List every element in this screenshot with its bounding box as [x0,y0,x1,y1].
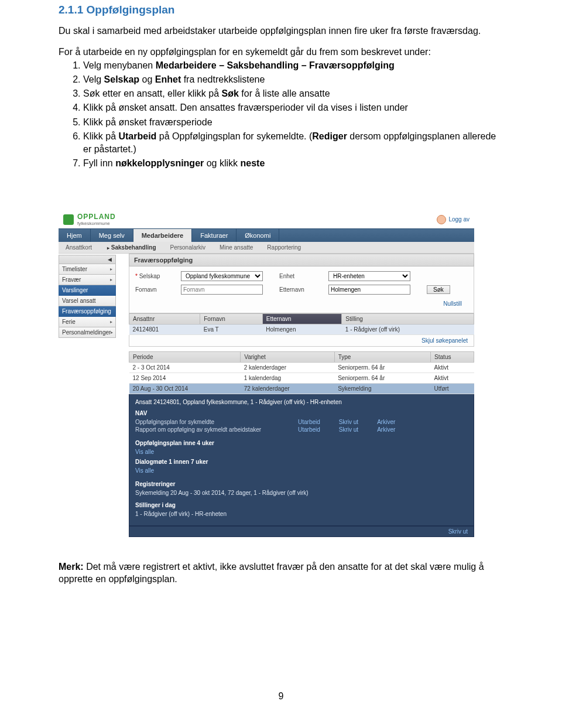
column-header[interactable]: Etternavn [262,313,342,324]
table-row[interactable]: 24124801Eva THolmengen1 - Rådgiver (off … [129,324,474,334]
main-tab[interactable]: Meg selv [91,229,133,242]
etternavn-input[interactable] [328,285,410,295]
sidebar-item[interactable]: Ferie▸ [59,317,116,327]
enhet-label: Enhet [279,273,312,279]
action-link[interactable]: Arkiver [377,426,395,433]
table-cell: 12 Sep 2014 [129,372,241,383]
table-cell: Utført [431,383,474,394]
table-cell: 1 kalenderdag [241,372,334,383]
action-link[interactable]: Skriv ut [339,419,358,425]
detail-row-label: Oppfølgingsplan for sykmeldte [135,419,287,425]
sok-button[interactable]: Søk [427,285,450,294]
lead-text: For å utarbeide en ny oppfølgingsplan fo… [59,46,503,59]
detail-row: Oppfølgingsplan for sykmeldteUtarbeidSkr… [135,419,468,425]
logo: OPPLAND fylkeskommune [63,213,116,226]
detail-footer: Skriv ut [129,526,474,537]
sidebar-item[interactable]: Varslinger [59,285,116,296]
show-all-link-2[interactable]: Vis alle [135,467,468,474]
reg-label: Registreringer [135,481,468,487]
logout-link[interactable]: Logg av [437,215,470,224]
detail-header: Ansatt 24124801, Oppland fylkeskommune, … [135,399,468,405]
still-text: 1 - Rådgiver (off virk) - HR-enheten [135,511,468,517]
table-cell: 2 kalenderdager [241,362,334,372]
column-header[interactable]: Fornavn [200,313,263,324]
table-row[interactable]: 20 Aug - 30 Oct 201472 kalenderdagerSyke… [129,383,474,394]
table-cell: 72 kalenderdager [241,383,334,394]
intro-text: Du skal i samarbeid med arbeidstaker uta… [59,25,503,37]
action-link[interactable]: Skriv ut [339,426,358,433]
sub-tab[interactable]: Rapportering [260,242,308,253]
sidebar-collapse[interactable]: ◀ [59,255,116,264]
detail-row-label: Rapport om oppfølging av sykmeldt arbeid… [135,426,287,433]
print-link[interactable]: Skriv ut [448,528,468,535]
column-header[interactable]: Varighet [241,351,334,362]
table-cell: Aktivt [431,372,474,383]
column-header[interactable]: Stilling [342,313,474,324]
sidebar: ◀ Timelister▸Fravær▸VarslingerVarsel ans… [59,254,116,537]
main-tab[interactable]: Hjem [59,229,91,242]
fornavn-input[interactable] [181,285,263,295]
app-screenshot: OPPLAND fylkeskommune Logg av HjemMeg se… [59,211,474,537]
detail-panel: Ansatt 24124801, Oppland fylkeskommune, … [129,394,474,526]
section-title: 2.1.1 Oppfølgingsplan [59,4,503,16]
table-cell: Seniorperm. 64 år [334,362,430,372]
action-link[interactable]: Utarbeid [298,426,320,433]
sidebar-item[interactable]: Fraværsoppfølging [59,306,116,317]
detail-row: Rapport om oppfølging av sykmeldt arbeid… [135,426,468,433]
still-label: Stillinger i dag [135,502,468,508]
hide-panel-link[interactable]: Skjul søkepanelet [422,337,468,344]
table-cell: Sykemelding [334,383,430,394]
table-cell: 1 - Rådgiver (off virk) [342,324,474,334]
action-link[interactable]: Arkiver [377,419,395,425]
employee-table: AnsattnrFornavnEtternavnStilling 2412480… [129,313,474,335]
sub-tab[interactable]: ▸ Saksbehandling [99,242,163,253]
table-cell: 2 - 3 Oct 2014 [129,362,241,372]
sidebar-item[interactable]: Varsel ansatt [59,296,116,306]
sidebar-item[interactable]: Personalmeldinger▸ [59,327,116,338]
list-item: Klikk på ønsket fraværsperiode [83,116,503,129]
main-tab[interactable]: Medarbeidere [133,229,193,242]
note-label: Merk: [59,562,84,572]
fornavn-label: Fornavn [135,286,165,293]
plan4-label: Oppfølgingsplan inne 4 uker [135,440,468,446]
sub-tab[interactable]: Ansattkort [59,242,99,253]
list-item: Velg menybanen Medarbeidere – Saksbehand… [83,59,503,72]
column-header[interactable]: Periode [129,351,241,362]
selskap-select[interactable]: Oppland fylkeskommune [181,271,263,281]
column-header[interactable]: Type [334,351,430,362]
hide-panel-row: Skjul søkepanelet [129,335,474,347]
nav-section-label: NAV [135,410,468,416]
table-cell: Holmengen [262,324,342,334]
logo-shield-icon [63,214,74,225]
main-panel: Fraværsoppfølging Selskap Oppland fylkes… [116,254,474,537]
table-cell: Seniorperm. 64 år [334,372,430,383]
table-row[interactable]: 12 Sep 20141 kalenderdagSeniorperm. 64 å… [129,372,474,383]
main-nav: HjemMeg selvMedarbeidereFakturaerØkonomi [59,228,474,242]
sidebar-item[interactable]: Fravær▸ [59,275,116,285]
main-tab[interactable]: Økonomi [237,229,279,242]
search-panel: Selskap Oppland fylkeskommune Enhet HR-e… [129,266,474,313]
list-item: Fyll inn nøkkelopplysninger og klikk nes… [83,157,503,170]
sidebar-item[interactable]: Timelister▸ [59,264,116,275]
selskap-label: Selskap [135,273,165,279]
action-link[interactable]: Utarbeid [298,419,320,425]
top-bar: OPPLAND fylkeskommune Logg av [59,211,474,228]
column-header[interactable]: Ansattnr [129,313,200,324]
main-tab[interactable]: Fakturaer [192,229,237,242]
sub-tab[interactable]: Mine ansatte [213,242,260,253]
etternavn-label: Etternavn [279,286,312,293]
sub-tab[interactable]: Personalarkiv [163,242,213,253]
nullstill-row: Nullstill [135,298,468,309]
column-header[interactable]: Status [431,351,474,362]
nullstill-link[interactable]: Nullstill [443,300,462,307]
note-text: Merk: Det må være registrert et aktivt, … [59,560,503,586]
table-cell: Aktivt [431,362,474,372]
dialog7-label: Dialogmøte 1 innen 7 uker [135,459,468,465]
list-item: Søk etter en ansatt, eller klikk på Søk … [83,87,503,100]
logout-label: Logg av [448,216,470,223]
show-all-link-1[interactable]: Vis alle [135,449,468,455]
user-icon [437,215,446,224]
panel-title: Fraværsoppfølging [129,254,474,266]
enhet-select[interactable]: HR-enheten [328,271,410,281]
table-row[interactable]: 2 - 3 Oct 20142 kalenderdagerSeniorperm.… [129,362,474,372]
